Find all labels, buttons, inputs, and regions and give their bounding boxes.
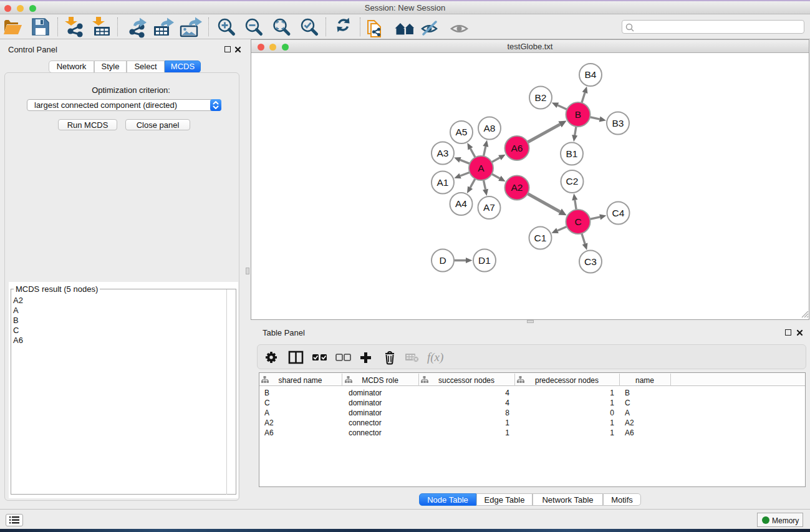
svg-text:A: A	[478, 163, 485, 173]
svg-text:A2: A2	[511, 182, 523, 193]
svg-text:D: D	[439, 255, 446, 266]
svg-text:A1: A1	[437, 177, 449, 188]
svg-text:C4: C4	[612, 208, 625, 218]
svg-text:C1: C1	[534, 233, 547, 243]
svg-text:C: C	[574, 216, 581, 227]
svg-text:B4: B4	[585, 69, 597, 80]
svg-text:C3: C3	[584, 256, 597, 267]
svg-text:A6: A6	[511, 143, 523, 153]
svg-text:A4: A4	[455, 198, 467, 209]
svg-text:A5: A5	[456, 127, 468, 137]
svg-text:A8: A8	[484, 123, 496, 133]
svg-text:B2: B2	[535, 92, 547, 103]
svg-text:B3: B3	[612, 118, 624, 128]
svg-text:B1: B1	[566, 148, 578, 159]
svg-text:A7: A7	[483, 202, 495, 213]
svg-text:D1: D1	[478, 255, 491, 266]
svg-text:f(x): f(x)	[427, 351, 443, 364]
svg-text:A3: A3	[437, 148, 449, 158]
svg-text:C2: C2	[566, 176, 579, 186]
svg-text:B: B	[575, 109, 581, 120]
